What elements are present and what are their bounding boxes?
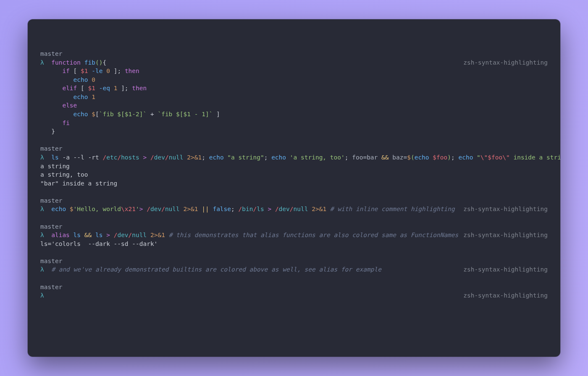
command-line[interactable]: } bbox=[40, 127, 548, 136]
command-line[interactable]: if [ $1 -le 0 ]; then bbox=[40, 67, 548, 76]
prompt-branch: master bbox=[40, 257, 548, 266]
token-fn: echo bbox=[415, 154, 429, 161]
command-line[interactable]: echo $[`fib $[$1-2]` + `fib $[$1 - 1]` ] bbox=[40, 110, 548, 119]
right-prompt: zsh-syntax-highlighting bbox=[463, 265, 548, 274]
token-op bbox=[147, 154, 150, 161]
token-path: / bbox=[275, 206, 279, 212]
right-prompt: zsh-syntax-highlighting bbox=[463, 291, 548, 300]
command-line[interactable]: λ zsh-syntax-highlightingecho $'Hello, w… bbox=[40, 205, 548, 214]
token-op bbox=[286, 154, 290, 161]
token-op bbox=[51, 111, 73, 118]
token-op bbox=[184, 154, 187, 161]
token-pathseg: null bbox=[132, 232, 147, 238]
token-op bbox=[66, 206, 70, 212]
token-fn: -eq bbox=[99, 85, 110, 91]
command-line[interactable]: fi bbox=[40, 119, 548, 128]
token-fn: ls bbox=[74, 232, 81, 238]
token-str: "a string" bbox=[227, 154, 264, 161]
token-num: 2>&1 bbox=[150, 232, 165, 238]
token-op: ]; bbox=[110, 68, 125, 74]
token-str: `fib $[$1 - 1]` bbox=[158, 111, 213, 118]
command-line[interactable]: λ zsh-syntax-highlightingalias ls && ls … bbox=[40, 231, 548, 240]
token-pathseg: etc bbox=[106, 154, 117, 161]
token-op: + bbox=[147, 111, 158, 118]
git-branch: master bbox=[40, 258, 62, 264]
token-op bbox=[51, 76, 73, 83]
token-path: / bbox=[150, 154, 154, 161]
token-str: 'a string, too' bbox=[290, 154, 345, 161]
blank-line bbox=[40, 214, 548, 222]
token-pathseg: bin bbox=[242, 206, 253, 212]
token-fn: echo bbox=[74, 94, 88, 100]
terminal-content[interactable]: masterλ zsh-syntax-highlightingfunction … bbox=[40, 50, 548, 300]
token-path: / bbox=[147, 206, 150, 212]
token-op bbox=[88, 94, 92, 100]
token-fn: echo bbox=[74, 111, 88, 118]
token-op bbox=[70, 232, 74, 238]
token-op bbox=[110, 85, 114, 91]
token-fn: echo bbox=[51, 206, 66, 212]
prompt-lambda: λ bbox=[40, 232, 51, 238]
command-line[interactable]: λ zsh-syntax-highlighting# and we've alr… bbox=[40, 265, 548, 274]
token-op bbox=[51, 102, 62, 109]
token-num: 2>&1 bbox=[312, 206, 326, 212]
token-redir: > bbox=[268, 206, 271, 212]
token-fn: echo bbox=[209, 154, 224, 161]
token-op: [ bbox=[95, 111, 99, 118]
token-pathseg: dev bbox=[279, 206, 290, 212]
token-op bbox=[308, 206, 312, 212]
token-op bbox=[271, 206, 275, 212]
token-fn: fib bbox=[84, 59, 95, 66]
token-op bbox=[473, 154, 477, 161]
token-kw: then bbox=[132, 85, 147, 91]
output-line: a string, too bbox=[40, 170, 548, 179]
blank-line bbox=[40, 248, 548, 257]
prompt-lambda: λ bbox=[40, 206, 51, 212]
token-num: 2>&1 bbox=[187, 154, 202, 161]
token-kw: fi bbox=[62, 120, 69, 126]
token-pathseg: null bbox=[165, 206, 180, 212]
token-path: / bbox=[161, 206, 165, 212]
token-esc: \" bbox=[480, 154, 488, 161]
command-line[interactable]: λ zsh-syntax-highlightingfunction fib(){ bbox=[40, 58, 548, 67]
terminal-window: masterλ zsh-syntax-highlightingfunction … bbox=[28, 19, 560, 357]
token-str: inside a string" bbox=[510, 154, 560, 161]
command-line[interactable]: elif [ $1 -eq 1 ]; then bbox=[40, 84, 548, 93]
token-flag: -a --l -rt bbox=[62, 154, 99, 161]
git-branch: master bbox=[40, 223, 62, 230]
token-op bbox=[139, 154, 143, 161]
command-line[interactable]: echo 1 bbox=[40, 93, 548, 102]
token-str: ' bbox=[136, 206, 139, 212]
token-cmt: # with inline comment highlighting bbox=[330, 206, 455, 212]
token-fn: -le bbox=[92, 68, 102, 74]
git-branch: master bbox=[40, 145, 62, 152]
token-str: `fib $[$1-2]` bbox=[99, 111, 147, 118]
token-num: 2>&1 bbox=[184, 206, 198, 212]
token-op: } bbox=[51, 128, 55, 135]
token-cmd: baz= bbox=[392, 154, 407, 161]
token-kw: alias bbox=[51, 232, 70, 238]
command-line[interactable]: echo 0 bbox=[40, 76, 548, 84]
token-fn: echo bbox=[458, 154, 473, 161]
token-pathseg: hosts bbox=[121, 154, 139, 161]
token-pathseg: dev bbox=[117, 232, 128, 238]
command-line[interactable]: λ ls -a --l -rt /etc/hosts > /dev/null 2… bbox=[40, 153, 548, 162]
token-esc: \" bbox=[502, 154, 509, 161]
command-line[interactable]: else bbox=[40, 101, 548, 110]
token-op bbox=[326, 206, 330, 212]
prompt-lambda: λ bbox=[40, 266, 51, 273]
token-op: ; bbox=[451, 154, 458, 161]
token-pipe: || bbox=[202, 206, 209, 212]
command-line[interactable]: λ zsh-syntax-highlighting bbox=[40, 291, 548, 300]
token-op: ; bbox=[202, 154, 209, 161]
prompt-lambda: λ bbox=[40, 292, 51, 299]
token-paren: () bbox=[95, 59, 102, 66]
token-op bbox=[180, 206, 184, 212]
token-op bbox=[51, 94, 73, 100]
token-fn: echo bbox=[74, 76, 88, 83]
token-amp: && bbox=[84, 232, 92, 238]
token-op: ] bbox=[213, 111, 220, 118]
token-var: $1 bbox=[88, 85, 95, 91]
token-op: ; bbox=[345, 154, 352, 161]
token-redir: > bbox=[143, 154, 147, 161]
